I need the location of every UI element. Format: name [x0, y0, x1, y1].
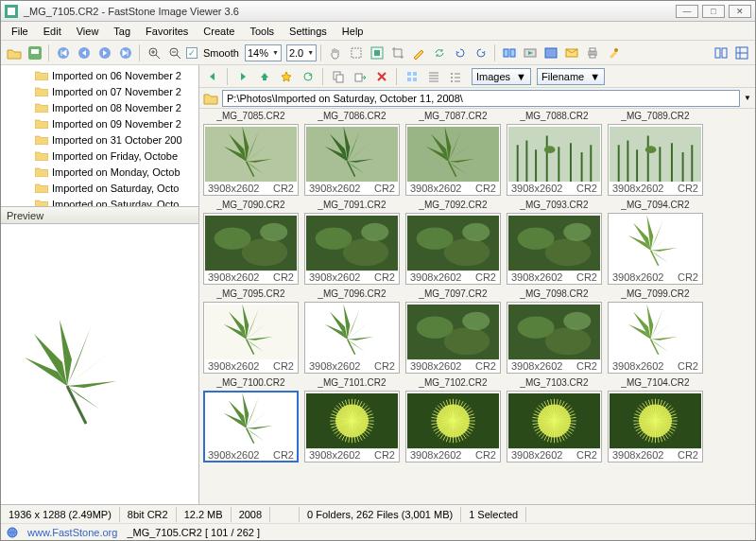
first-button[interactable]: [54, 44, 73, 62]
next-button[interactable]: [95, 44, 114, 62]
list-view-button[interactable]: [446, 67, 465, 86]
thumbnail[interactable]: _MG_7085.CR23908x2602CR2: [203, 111, 299, 196]
copy-button[interactable]: [329, 67, 348, 86]
delete-button[interactable]: [372, 67, 391, 86]
draw-button[interactable]: [409, 44, 428, 62]
zoom-factor-select[interactable]: 2.0▼: [286, 44, 317, 61]
sort-select[interactable]: Filename▼: [537, 68, 605, 85]
thumbnail-image: [610, 126, 701, 183]
svg-point-50: [343, 238, 389, 266]
folder-icon: [35, 70, 48, 80]
thumbnails-view-button[interactable]: [403, 67, 421, 86]
open-button[interactable]: [5, 44, 24, 62]
slideshow-button[interactable]: [521, 44, 540, 62]
menu-edit[interactable]: Edit: [37, 24, 68, 39]
folder-item[interactable]: Imported on Saturday, Octo: [1, 180, 198, 196]
fit-button[interactable]: [368, 44, 387, 62]
rotate-right-button[interactable]: [472, 44, 490, 62]
thumbnail-grid[interactable]: _MG_7085.CR23908x2602CR2_MG_7086.CR23908…: [199, 109, 755, 504]
thumbnail[interactable]: _MG_7091.CR23908x2602CR2: [304, 200, 400, 285]
maximize-button[interactable]: □: [702, 5, 725, 18]
thumbnail[interactable]: _MG_7094.CR23908x2602CR2: [608, 200, 703, 285]
thumbnail[interactable]: _MG_7099.CR23908x2602CR2: [608, 288, 703, 374]
menu-tools[interactable]: Tools: [243, 24, 281, 39]
menu-tag[interactable]: Tag: [107, 24, 137, 39]
email-button[interactable]: [562, 44, 581, 62]
thumbnail-fmt: CR2: [374, 271, 395, 283]
hand-tool-button[interactable]: [326, 44, 345, 62]
status-dims: 1936 x 1288 (2.49MP): [1, 507, 120, 522]
folder-tree[interactable]: Imported on 06 November 2Imported on 07 …: [1, 65, 198, 207]
svg-rect-61: [205, 305, 297, 359]
refresh-button[interactable]: [430, 44, 449, 62]
folder-item[interactable]: Imported on 09 November 2: [1, 115, 198, 131]
zoom-percent-select[interactable]: 14%▼: [245, 44, 282, 61]
thumbnail[interactable]: _MG_7102.CR23908x2602CR2: [405, 377, 501, 462]
settings-button[interactable]: [604, 44, 623, 62]
details-view-button[interactable]: [424, 67, 443, 86]
thumbnail[interactable]: _MG_7088.CR23908x2602CR2: [507, 111, 602, 196]
folder-item[interactable]: Imported on Monday, Octob: [1, 164, 198, 180]
filter-select[interactable]: Images▼: [472, 68, 531, 85]
thumbnail[interactable]: _MG_7098.CR23908x2602CR2: [507, 288, 602, 374]
preview-area[interactable]: [1, 224, 198, 504]
thumbnail[interactable]: _MG_7103.CR23908x2602CR2: [507, 377, 602, 462]
thumbnail[interactable]: _MG_7097.CR23908x2602CR2: [405, 288, 501, 374]
thumbnail-fmt: CR2: [475, 449, 496, 461]
move-button[interactable]: [351, 67, 369, 86]
dual-pane-button[interactable]: [712, 44, 730, 62]
thumbnail[interactable]: _MG_7100.CR23908x2602CR2: [203, 377, 299, 462]
folder-item[interactable]: Imported on Friday, Octobe: [1, 148, 198, 164]
forward-button[interactable]: [233, 67, 252, 86]
back-button[interactable]: [203, 67, 222, 86]
thumbnail-fmt: CR2: [273, 360, 294, 372]
folder-item[interactable]: Imported on 31 October 200: [1, 131, 198, 148]
thumbnail[interactable]: _MG_7087.CR23908x2602CR2: [405, 111, 501, 196]
path-input[interactable]: P:\Photos\Imported on Saturday, October …: [222, 90, 740, 107]
thumbnail[interactable]: _MG_7090.CR23908x2602CR2: [203, 200, 299, 285]
close-button[interactable]: ✕: [729, 5, 751, 18]
menu-create[interactable]: Create: [197, 24, 241, 39]
menu-view[interactable]: View: [70, 24, 106, 39]
rotate-left-button[interactable]: [451, 44, 470, 62]
last-button[interactable]: [116, 44, 135, 62]
preview-image: [10, 296, 190, 433]
zoom-out-button[interactable]: [165, 44, 184, 62]
thumbnail-label: _MG_7093.CR2: [520, 200, 588, 213]
folder-item[interactable]: Imported on 08 November 2: [1, 99, 198, 115]
menu-favorites[interactable]: Favorites: [139, 24, 195, 39]
thumbnail[interactable]: _MG_7104.CR23908x2602CR2: [608, 377, 703, 462]
status-website[interactable]: www.FastStone.org: [27, 527, 117, 538]
favorite-button[interactable]: [277, 67, 296, 86]
smooth-checkbox[interactable]: ✓: [186, 47, 198, 59]
crop-button[interactable]: [388, 44, 407, 62]
folder-item[interactable]: Imported on 06 November 2: [1, 67, 198, 83]
thumbnail[interactable]: _MG_7101.CR23908x2602CR2: [304, 377, 400, 462]
thumbnail[interactable]: _MG_7089.CR23908x2602CR2: [608, 111, 703, 196]
save-button[interactable]: [26, 44, 44, 62]
menu-help[interactable]: Help: [335, 24, 370, 39]
up-button[interactable]: [255, 67, 274, 86]
menu-file[interactable]: File: [5, 24, 35, 39]
compare-button[interactable]: [500, 44, 519, 62]
thumbnail[interactable]: _MG_7095.CR23908x2602CR2: [203, 288, 299, 374]
minimize-button[interactable]: —: [676, 5, 698, 18]
fullscreen-button[interactable]: [541, 44, 560, 62]
thumbnail[interactable]: _MG_7086.CR23908x2602CR2: [304, 111, 400, 196]
svg-rect-39: [407, 127, 499, 182]
thumbnail[interactable]: _MG_7092.CR23908x2602CR2: [405, 200, 501, 285]
prev-button[interactable]: [75, 44, 94, 62]
layout-button[interactable]: [732, 44, 751, 62]
thumbnail[interactable]: _MG_7096.CR23908x2602CR2: [304, 288, 400, 374]
reload-button[interactable]: [299, 67, 318, 86]
folder-item[interactable]: Imported on 07 November 2: [1, 83, 198, 99]
print-button[interactable]: [583, 44, 602, 62]
zoom-in-button[interactable]: [145, 44, 163, 62]
menu-settings[interactable]: Settings: [283, 24, 334, 39]
thumbnail-dim: 3908x2602: [511, 271, 562, 283]
folder-item[interactable]: Imported on Saturday, Octo: [1, 196, 198, 207]
select-tool-button[interactable]: [347, 44, 366, 62]
browser-toolbar: Images▼ Filename▼: [199, 65, 755, 88]
thumbnail[interactable]: _MG_7093.CR23908x2602CR2: [507, 200, 602, 285]
path-dropdown-icon[interactable]: ▼: [744, 94, 751, 102]
